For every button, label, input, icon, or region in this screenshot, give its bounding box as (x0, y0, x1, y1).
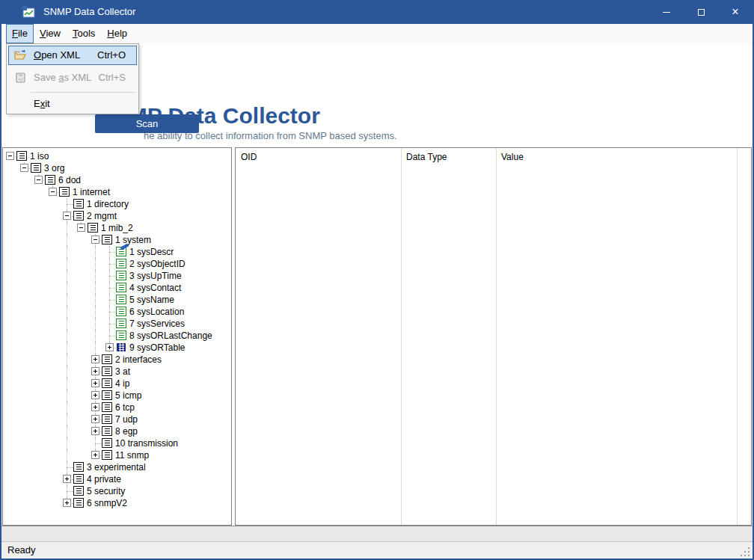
mib-leaf-icon (116, 283, 126, 292)
tree-guide (95, 443, 96, 449)
tree-node-7-udp[interactable]: 7 udp (4, 413, 230, 425)
tree-guide (67, 390, 67, 401)
tree-node-9-sysortable[interactable]: 9 sysORTable (4, 342, 230, 354)
collapse-minus-icon[interactable] (49, 188, 57, 196)
expand-plus-icon[interactable] (91, 355, 99, 363)
menu-item-exit[interactable]: Exit (8, 94, 137, 114)
column-header-data-type[interactable]: Data Type (406, 152, 447, 162)
tree-node-label: 7 udp (115, 414, 138, 425)
file-dropdown-menu: Open XMLCtrl+O</Save as XMLCtrl+SExit (6, 43, 139, 114)
maximize-button[interactable] (684, 0, 718, 24)
expand-plus-icon[interactable] (91, 451, 99, 459)
menu-help[interactable]: Help (101, 24, 133, 43)
mib-leaf-icon (116, 307, 126, 316)
tree-node-1-directory[interactable]: 1 directory (4, 198, 230, 210)
tree-guide (95, 306, 96, 318)
expand-plus-icon[interactable] (91, 415, 99, 423)
tree-node-label: 6 snmpV2 (87, 498, 127, 508)
tree-guide (67, 366, 67, 378)
menu-tools[interactable]: Tools (67, 24, 101, 43)
window-title: SNMP Data Collector (43, 0, 135, 24)
tree-node-4-ip[interactable]: 4 ip (4, 378, 230, 390)
tree-node-7-sysservices[interactable]: 7 sysServices (4, 318, 230, 330)
svg-text:</: </ (18, 76, 24, 81)
expand-plus-icon[interactable] (91, 379, 99, 387)
tree-node-6-syslocation[interactable]: 6 sysLocation (4, 306, 230, 318)
expand-plus-icon[interactable] (91, 403, 99, 411)
tree-node-11-snmp[interactable]: 11 snmp (4, 449, 230, 461)
tree-node-5-sysname[interactable]: 5 sysName (4, 294, 230, 306)
column-header-value[interactable]: Value (501, 152, 524, 162)
tree-guide (67, 222, 67, 234)
tree-node-8-sysorlastchange[interactable]: 8 sysORLastChange (4, 330, 230, 342)
tree-guide (109, 324, 110, 330)
tree-guide (95, 282, 96, 294)
tree-node-1-iso[interactable]: 1 iso (4, 150, 230, 162)
expand-plus-icon[interactable] (91, 391, 99, 399)
expand-plus-icon[interactable] (91, 427, 99, 435)
tree-node-4-syscontact[interactable]: 4 sysContact (4, 282, 230, 294)
menu-bar: FileViewToolsHelp (1, 24, 753, 43)
column-header-oid[interactable]: OID (241, 152, 257, 162)
tree-node-label: 1 sysDescr (129, 247, 174, 257)
tree-node-8-egp[interactable]: 8 egp (4, 425, 230, 437)
tree-guide (67, 246, 67, 258)
minimize-button[interactable] (649, 0, 684, 24)
tree-node-3-sysuptime[interactable]: 3 sysUpTime (4, 270, 230, 282)
tree-node-1-internet[interactable]: 1 internet (4, 186, 230, 198)
tree-node-6-dod[interactable]: 6 dod (4, 174, 230, 186)
collapse-minus-icon[interactable] (91, 236, 99, 244)
tree-node-label: 1 directory (87, 199, 129, 209)
tree-node-6-tcp[interactable]: 6 tcp (4, 401, 230, 413)
tree-node-1-sysdescr[interactable]: 1 sysDescr (4, 246, 230, 258)
tree-guide (67, 330, 67, 342)
menu-view[interactable]: View (34, 24, 67, 43)
close-button[interactable]: × (718, 0, 753, 24)
tree-guide (67, 485, 67, 491)
resize-grip-icon[interactable] (741, 547, 750, 556)
menu-file[interactable]: File (6, 24, 34, 43)
tree-guide (109, 246, 110, 252)
tree-guide (95, 318, 96, 330)
tree-guide (67, 204, 67, 210)
close-icon: × (732, 6, 738, 18)
menu-item-save-as-xml[interactable]: </Save as XMLCtrl+S (8, 68, 137, 87)
tree-node-1-system[interactable]: 1 system (4, 234, 230, 246)
mib-node-icon (73, 211, 84, 221)
tree-node-3-experimental[interactable]: 3 experimental (4, 461, 230, 473)
tree-node-2-mgmt[interactable]: 2 mgmt (4, 210, 230, 222)
maximize-icon (698, 9, 705, 16)
collapse-minus-icon[interactable] (6, 152, 14, 160)
tree-node-label: 6 tcp (115, 402, 135, 413)
expand-plus-icon[interactable] (63, 499, 71, 507)
app-line-chart-icon[interactable] (22, 6, 35, 18)
tree-node-label: 1 system (115, 235, 151, 245)
collapse-minus-icon[interactable] (20, 164, 28, 172)
tree-node-10-transmission[interactable]: 10 transmission (4, 437, 230, 449)
tree-node-1-mib_2[interactable]: 1 mib_2 (4, 222, 230, 234)
expand-plus-icon[interactable] (105, 343, 114, 351)
expand-plus-icon[interactable] (63, 475, 71, 483)
tree-node-4-private[interactable]: 4 private (4, 473, 230, 485)
menu-item-open-xml[interactable]: Open XMLCtrl+O (8, 46, 137, 65)
tree-node-6-snmpv2[interactable]: 6 snmpV2 (4, 497, 230, 509)
collapse-minus-icon[interactable] (77, 224, 85, 232)
tree-node-label: 2 sysObjectID (129, 259, 186, 269)
mib-node-icon (73, 199, 84, 209)
scan-button[interactable]: Scan (95, 114, 199, 133)
tree-guide (67, 467, 67, 473)
collapse-minus-icon[interactable] (34, 176, 43, 184)
tree-node-3-at[interactable]: 3 at (4, 366, 230, 378)
tree-node-5-icmp[interactable]: 5 icmp (4, 390, 230, 401)
expand-plus-icon[interactable] (91, 367, 99, 375)
tree-node-label: 5 icmp (115, 390, 141, 401)
tree-guide (67, 491, 67, 497)
tree-node-2-sysobjectid[interactable]: 2 sysObjectID (4, 258, 230, 270)
tree-guide (109, 282, 110, 288)
tree-guide (67, 413, 67, 425)
collapse-minus-icon[interactable] (63, 212, 71, 220)
tree-node-3-org[interactable]: 3 org (4, 162, 230, 174)
tree-node-2-interfaces[interactable]: 2 interfaces (4, 354, 230, 366)
tree-node-5-security[interactable]: 5 security (4, 485, 230, 497)
tree-node-label: 10 transmission (115, 438, 178, 449)
